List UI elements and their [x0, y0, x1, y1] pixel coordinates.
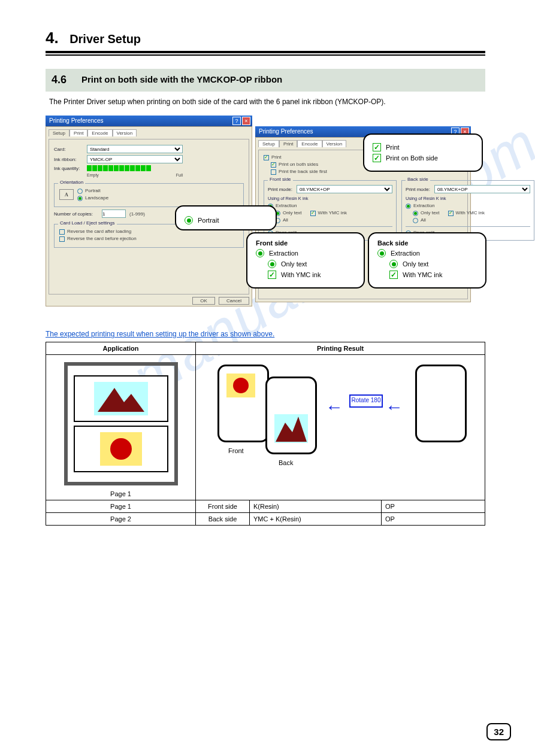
titlebar: Printing Preferences ? × — [46, 116, 252, 126]
window-title: Printing Preferences — [259, 128, 313, 135]
link-line: The expected printing result when settin… — [46, 330, 485, 338]
check-rev-after-load[interactable] — [59, 229, 65, 235]
back-side-group: Back side Print mode: 08.YMCK+OP Using o… — [401, 180, 534, 241]
copies-range: (1-999) — [129, 211, 145, 217]
cell-op2: OP — [382, 513, 485, 526]
tab-print[interactable]: Print — [69, 129, 87, 136]
radio-back-onlytext[interactable] — [413, 211, 418, 216]
radio-back-extraction[interactable] — [406, 204, 411, 209]
cell-back: Back side — [196, 513, 250, 526]
cancel-button[interactable]: Cancel — [219, 297, 249, 305]
tab-version[interactable]: Version — [322, 140, 347, 147]
sub-title: Print on both side with the YMCKOP-OP ri… — [81, 74, 282, 84]
check-icon — [373, 143, 381, 151]
front-print-mode[interactable]: 08.YMCK+OP — [297, 185, 392, 193]
cell-k: K(Resin) — [250, 500, 382, 513]
check-back-first[interactable] — [271, 169, 276, 175]
qty-label: Ink quantity: — [54, 166, 87, 171]
radio-back-all[interactable] — [413, 218, 418, 223]
section-title: Driver Setup — [69, 32, 141, 45]
page-number: 32 — [486, 723, 511, 740]
ok-button[interactable]: OK — [192, 297, 215, 305]
callout-back: Back side Extraction Only text With YMC … — [368, 232, 486, 289]
radio-portrait[interactable] — [77, 189, 83, 194]
card-label: Card: — [54, 147, 87, 152]
result-table: Application Printing Result Page 1 — [46, 342, 485, 526]
section-header: 4. Driver Setup — [46, 29, 485, 47]
callout-front: Front side Extraction Only text With YMC… — [246, 232, 365, 289]
sub-number: 4.6 — [52, 74, 67, 86]
arrow-icon: ← — [325, 397, 343, 417]
sub-desc: The Printer Driver setup when printing o… — [49, 98, 485, 106]
th-result: Printing Result — [196, 342, 485, 355]
radio-icon — [268, 260, 276, 268]
check-print[interactable] — [264, 155, 269, 160]
tab-version[interactable]: Version — [113, 129, 137, 136]
screenshots: Printing Preferences ? × Setup Print Enc… — [46, 116, 485, 319]
app-window — [64, 362, 178, 485]
ink-select[interactable]: YMCK-OP — [87, 155, 183, 163]
print-card-blank — [415, 365, 467, 442]
check-icon — [373, 154, 381, 162]
check-icon — [268, 271, 276, 279]
rule — [46, 51, 485, 53]
check-front-withymc[interactable] — [310, 211, 316, 216]
tab-encode[interactable]: Encode — [297, 140, 322, 147]
mountain-image — [274, 414, 308, 443]
subsection-band: 4.6 Print on both side with the YMCKOP-O… — [46, 69, 485, 92]
app-page1 — [74, 375, 168, 422]
card-select[interactable]: Standard — [87, 145, 183, 153]
copies-label: Number of copies: — [54, 211, 102, 217]
cell-application: Page 1 — [46, 355, 196, 500]
tab-encode[interactable]: Encode — [87, 129, 112, 136]
mountain-image — [94, 382, 148, 415]
page-label: Page 1 — [50, 490, 192, 497]
rule — [46, 54, 485, 56]
print-card-back — [265, 377, 317, 454]
svg-marker-1 — [276, 417, 307, 442]
check-rev-before-eject[interactable] — [59, 236, 65, 242]
check-back-withymc[interactable] — [448, 211, 454, 216]
cell-page2: Page 2 — [46, 513, 196, 526]
callout-orientation: Portrait — [175, 205, 277, 230]
cell-print: ← Rotate 180 ← Front Back — [196, 355, 485, 500]
orientation-icon: A — [59, 189, 74, 200]
close-icon[interactable]: × — [242, 117, 250, 125]
arrow-icon: ← — [385, 397, 403, 417]
radio-icon — [377, 249, 386, 257]
check-icon — [389, 271, 398, 279]
tab-print[interactable]: Print — [279, 140, 297, 147]
circle-image — [226, 374, 255, 397]
cell-front: Front side — [196, 500, 250, 513]
th-application: Application — [46, 342, 196, 355]
radio-icon — [256, 249, 264, 257]
help-icon[interactable]: ? — [232, 117, 241, 125]
orientation-group: Orientation A Portrait Landscape — [54, 183, 244, 207]
page-footer: 32 — [486, 723, 511, 740]
label-front: Front — [228, 447, 244, 454]
radio-icon — [185, 216, 193, 224]
tab-setup[interactable]: Setup — [258, 140, 279, 147]
tab-setup[interactable]: Setup — [49, 129, 69, 136]
copies-input[interactable] — [102, 210, 126, 218]
ink-quantity-bar — [87, 165, 151, 171]
label-back: Back — [279, 459, 293, 466]
svg-marker-0 — [98, 388, 144, 412]
ink-label: Ink ribbon: — [54, 157, 87, 162]
circle-image — [100, 432, 142, 466]
radio-landscape[interactable] — [77, 196, 83, 201]
back-print-mode[interactable]: 08.YMCK+OP — [434, 185, 530, 193]
front-side-group: Front side Print mode: 08.YMCK+OP Using … — [264, 180, 397, 241]
callout-print: Print Print on Both side — [363, 133, 483, 172]
ink-qty-labels: EmptyFull — [87, 173, 183, 177]
rotate-label: Rotate 180 — [349, 394, 383, 408]
cell-ymck: YMC + K(Resin) — [250, 513, 382, 526]
print-card-front — [217, 365, 269, 442]
radio-icon — [389, 260, 398, 268]
app-page2 — [74, 426, 168, 472]
cell-page1: Page 1 — [46, 500, 196, 513]
cell-op: OP — [382, 500, 485, 513]
window-title: Printing Preferences — [49, 117, 104, 124]
section-number: 4. — [46, 29, 59, 47]
check-print-both[interactable] — [271, 162, 276, 168]
